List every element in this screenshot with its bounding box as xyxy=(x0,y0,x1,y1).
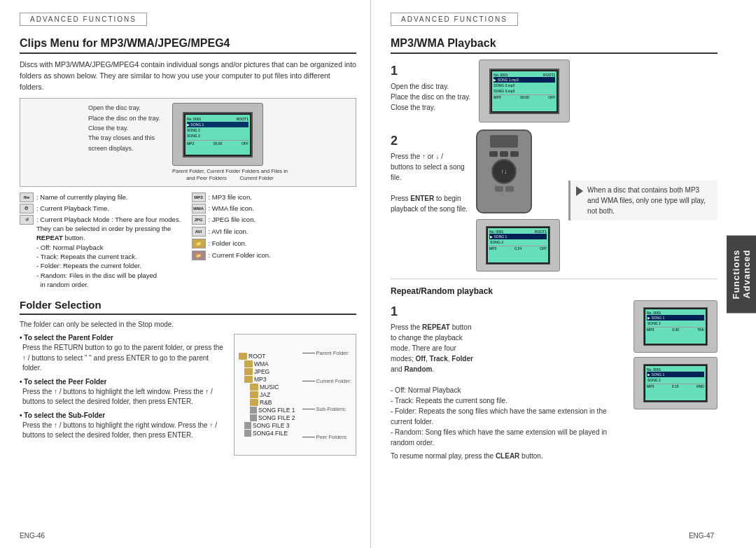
bullet-peer: • To select the Peer Folder Press the ↑ … xyxy=(20,378,225,407)
folder-selection-section: Folder Selection The folder can only be … xyxy=(20,299,356,456)
stop-mode-text: The folder can only be selected in the S… xyxy=(20,321,356,328)
legend-time: ⏱ : Current Playback Time. xyxy=(20,204,185,213)
step2-text: Press the ↑ or ↓ /buttons to select a so… xyxy=(391,151,468,214)
disc-player-device: No. 0001ROOT1 ▶ SONG 1 SONG 2 SONG 3 xyxy=(172,103,263,166)
step1-container: 1 Open the disc tray.Place the disc on t… xyxy=(391,59,718,122)
repeat-step1-container: 1 Press the REPEAT buttonto change the p… xyxy=(391,300,718,460)
repeat-step1-text: Press the REPEAT buttonto change the pla… xyxy=(391,322,625,448)
folder-selection-title: Folder Selection xyxy=(20,299,356,315)
folder-labels: Parent Folder: Current Folder: Sub-Folde… xyxy=(302,339,351,451)
legend-wma: WMA : WMA file icon. xyxy=(192,204,357,213)
repeat-devices: No. 0001 ▶ SONG 1 SONG 2 MP30:30TRK No. … xyxy=(634,300,718,460)
right-side-tab: Advanced Functions xyxy=(727,235,756,313)
legend-jpeg: JPG : JPEG file icon. xyxy=(192,215,357,225)
bullet-parent: • To select the Parent Folder Press the … xyxy=(20,334,225,374)
legend-filename: file : Name of currently playing file. xyxy=(20,192,185,202)
step2-container: 2 Press the ↑ or ↓ /buttons to select a … xyxy=(391,129,718,272)
repeat-device-1: No. 0001 ▶ SONG 1 SONG 2 MP30:30TRK xyxy=(634,300,718,353)
resume-text: To resume normal play, press the CLEAR b… xyxy=(391,452,625,460)
repeat-step1-left: 1 Press the REPEAT buttonto change the p… xyxy=(391,300,625,460)
right-adv-header: Advanced Functions xyxy=(391,13,518,26)
left-page-num: ENG-46 xyxy=(20,532,45,540)
step1-left: 1 Open the disc tray.Place the disc on t… xyxy=(391,59,470,122)
repeat-device-2: No. 0001 ▶ SONG 1 SONG 2 MP30:15RND xyxy=(634,357,718,409)
repeat-step1-num: 1 xyxy=(391,304,625,319)
step2-devices: ↑↓ No. 0001ROOT1 ▶ SONG 1 SONG 2 MP30:24… xyxy=(476,129,560,272)
legend-avi: AVI : AVI file icon. xyxy=(192,227,357,237)
legend-grid: file : Name of currently playing file. M… xyxy=(20,192,356,289)
legend-right-icons: JPG : JPEG file icon. AVI : AVI file ico… xyxy=(192,215,357,289)
screen-steps: Open the disc tray. Place the disc on th… xyxy=(88,103,165,153)
repeat-random-title: Repeat/Random playback xyxy=(391,286,718,296)
step1-num: 1 xyxy=(391,64,470,78)
right-column: Advanced Functions MP3/WMA Playback 1 Op… xyxy=(371,0,756,548)
clips-intro-text: Discs with MP3/WMA/JPEG/MPEG4 contain in… xyxy=(20,59,356,92)
bullet-sub: • To select the Sub-Folder Press the ↑ /… xyxy=(20,412,225,441)
mp3-wma-title: MP3/WMA Playback xyxy=(391,37,718,54)
right-page-num: ENG-47 xyxy=(689,532,714,540)
divider xyxy=(391,279,718,279)
legend-mp3: MP3 : MP3 file icon. xyxy=(192,192,357,202)
step2-num: 2 xyxy=(391,134,468,148)
legend-folder: 📁 : Folder icon. xyxy=(192,239,357,248)
folder-content: • To select the Parent Folder Press the … xyxy=(20,334,356,456)
folder-diagram: ROOT WMA JPEG MP3 MUSIC JAZ R&B SONG FIL… xyxy=(234,334,356,456)
clips-screen-box: Open the disc tray. Place the disc on th… xyxy=(20,98,356,187)
legend-playback-mode: ↺ : Current Playback Mode : There are fo… xyxy=(20,215,185,289)
folder-tree: ROOT WMA JPEG MP3 MUSIC JAZ R&B SONG FIL… xyxy=(239,339,298,451)
folder-bullets: • To select the Parent Folder Press the … xyxy=(20,334,225,456)
legend-cur-folder: 📂 : Current Folder icon. xyxy=(192,251,357,260)
clips-menu-title: Clips Menu for MP3/WMA/JPEG/MPEG4 xyxy=(20,37,356,54)
step2-player-device: No. 0001ROOT1 ▶ SONG 1 SONG 2 MP30:24OFF xyxy=(476,219,560,272)
left-column: Advanced Functions Clips Menu for MP3/WM… xyxy=(0,0,371,548)
step1-device: No. 0001ROOT1 ▶ SONG 1.mp3 SONG 2.mp3 SO… xyxy=(479,59,570,122)
left-adv-header: Advanced Functions xyxy=(20,13,147,26)
step2-left: 2 Press the ↑ or ↓ /buttons to select a … xyxy=(391,129,468,272)
remote-control: ↑↓ xyxy=(476,129,532,213)
step1-text: Open the disc tray.Place the disc on the… xyxy=(391,81,470,113)
mp3-wma-note: When a disc that contains both MP3 and W… xyxy=(568,181,718,220)
note-area: When a disc that contains both MP3 and W… xyxy=(568,129,718,272)
